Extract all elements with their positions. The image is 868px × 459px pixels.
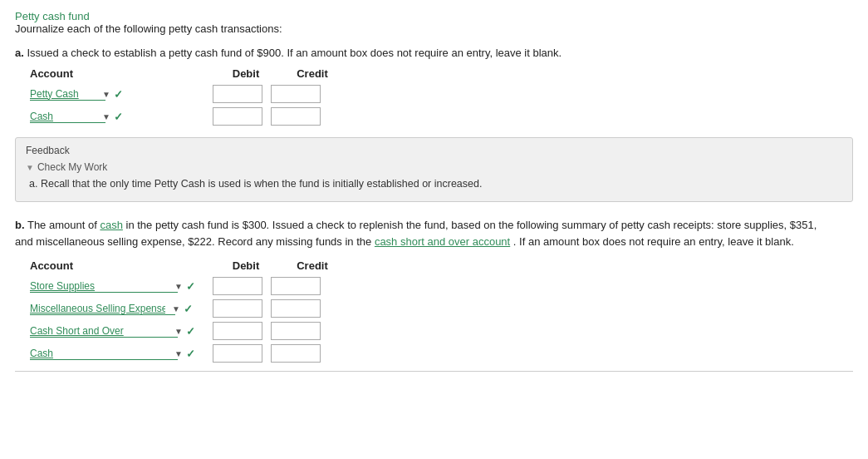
debit-input-store-supplies[interactable] bbox=[213, 277, 262, 295]
account-cell-cash-a: Cash Petty Cash Store Supplies ▼ ✓ bbox=[30, 111, 213, 123]
cash-link[interactable]: cash bbox=[100, 219, 122, 231]
table-row: Cash Petty Cash Store Supplies Miscellan… bbox=[30, 344, 853, 363]
table-row: Cash Short and Over Store Supplies Cash … bbox=[30, 322, 853, 340]
intro-text: Journalize each of the following petty c… bbox=[15, 22, 853, 35]
section-a-table: Account Debit Credit Petty Cash Cash Sto… bbox=[15, 67, 853, 126]
account-cell-cash-short: Cash Short and Over Store Supplies Cash … bbox=[30, 325, 213, 338]
check-icon-store-supplies: ✓ bbox=[186, 280, 195, 293]
section-b-text: b. The amount of cash in the petty cash … bbox=[15, 217, 853, 249]
account-select-cash-a[interactable]: Cash Petty Cash Store Supplies bbox=[30, 111, 105, 123]
section-a-table-header: Account Debit Credit bbox=[30, 67, 853, 80]
table-row: Cash Petty Cash Store Supplies ▼ ✓ bbox=[30, 107, 853, 126]
check-icon-cash-b: ✓ bbox=[186, 348, 195, 360]
bottom-divider bbox=[15, 371, 853, 372]
feedback-note: a. Recall that the only time Petty Cash … bbox=[29, 178, 842, 190]
debit-input-cash-a[interactable] bbox=[213, 107, 262, 126]
account-cell-store-supplies: Store Supplies Cash Petty Cash Miscellan… bbox=[30, 280, 213, 293]
feedback-box: Feedback ▼ Check My Work a. Recall that … bbox=[15, 137, 853, 202]
section-b-desc3: and miscellaneous selling expense, $222.… bbox=[15, 235, 371, 248]
credit-input-store-supplies[interactable] bbox=[271, 277, 321, 295]
dropdown-arrow-misc-selling[interactable]: ▼ bbox=[172, 304, 180, 313]
account-select-cash-b[interactable]: Cash Petty Cash Store Supplies Miscellan… bbox=[30, 348, 178, 360]
section-b-table-header: Account Debit Credit bbox=[30, 259, 853, 272]
credit-input-cash-short[interactable] bbox=[271, 322, 321, 340]
dropdown-arrow-cash-b[interactable]: ▼ bbox=[174, 349, 183, 358]
account-cell-misc-selling: Miscellaneous Selling Expense Store Supp… bbox=[30, 303, 213, 315]
check-my-work: ▼ Check My Work bbox=[26, 161, 842, 173]
col-credit-header-b: Credit bbox=[279, 259, 346, 272]
table-row: Store Supplies Cash Petty Cash Miscellan… bbox=[30, 277, 853, 295]
debit-input-misc-selling[interactable] bbox=[213, 299, 262, 318]
col-debit-header-b: Debit bbox=[213, 259, 279, 272]
section-b-label: b. bbox=[15, 219, 25, 231]
col-debit-header-a: Debit bbox=[213, 67, 279, 80]
section-a-label: a. Issued a check to establish a petty c… bbox=[15, 47, 853, 59]
section-b-desc4: . If an amount box does not require an e… bbox=[513, 235, 794, 248]
check-icon-misc-selling: ✓ bbox=[184, 303, 193, 315]
account-cell-petty-cash: Petty Cash Cash Store Supplies ▼ ✓ bbox=[30, 88, 213, 101]
section-b-table: Account Debit Credit Store Supplies Cash… bbox=[15, 259, 853, 363]
triangle-icon: ▼ bbox=[26, 163, 34, 172]
account-cell-cash-b: Cash Petty Cash Store Supplies Miscellan… bbox=[30, 348, 213, 360]
page-title[interactable]: Petty cash fund bbox=[15, 10, 90, 22]
account-select-misc-selling[interactable]: Miscellaneous Selling Expense Store Supp… bbox=[30, 303, 175, 315]
account-select-petty-cash[interactable]: Petty Cash Cash Store Supplies bbox=[30, 88, 105, 101]
credit-input-misc-selling[interactable] bbox=[271, 299, 321, 318]
col-account-header-b: Account bbox=[30, 259, 213, 272]
dropdown-arrow-store-supplies[interactable]: ▼ bbox=[174, 282, 183, 291]
check-icon-petty-cash: ✓ bbox=[114, 88, 123, 101]
debit-input-petty-cash[interactable] bbox=[213, 85, 262, 103]
debit-input-cash-b[interactable] bbox=[213, 344, 262, 363]
account-select-store-supplies[interactable]: Store Supplies Cash Petty Cash Miscellan… bbox=[30, 280, 178, 293]
col-account-header-a: Account bbox=[30, 67, 213, 80]
debit-input-cash-short[interactable] bbox=[213, 322, 262, 340]
check-icon-cash-short: ✓ bbox=[186, 325, 195, 338]
col-credit-header-a: Credit bbox=[279, 67, 346, 80]
feedback-label: Feedback bbox=[26, 145, 842, 156]
credit-input-cash-a[interactable] bbox=[271, 107, 321, 126]
cash-short-link[interactable]: cash short and over account bbox=[375, 235, 510, 248]
check-my-work-label: Check My Work bbox=[37, 161, 107, 173]
section-b-desc1: The amount of bbox=[27, 219, 97, 231]
credit-input-cash-b[interactable] bbox=[271, 344, 321, 363]
dropdown-arrow-cash-short[interactable]: ▼ bbox=[174, 327, 183, 336]
table-row: Miscellaneous Selling Expense Store Supp… bbox=[30, 299, 853, 318]
section-b-desc2: in the petty cash fund is $300. Issued a… bbox=[126, 219, 817, 231]
dropdown-arrow-cash-a[interactable]: ▼ bbox=[102, 112, 110, 121]
check-icon-cash-a: ✓ bbox=[114, 111, 123, 123]
dropdown-arrow-petty-cash[interactable]: ▼ bbox=[102, 90, 110, 99]
account-select-cash-short[interactable]: Cash Short and Over Store Supplies Cash … bbox=[30, 325, 178, 338]
credit-input-petty-cash[interactable] bbox=[271, 85, 321, 103]
table-row: Petty Cash Cash Store Supplies ▼ ✓ bbox=[30, 85, 853, 103]
